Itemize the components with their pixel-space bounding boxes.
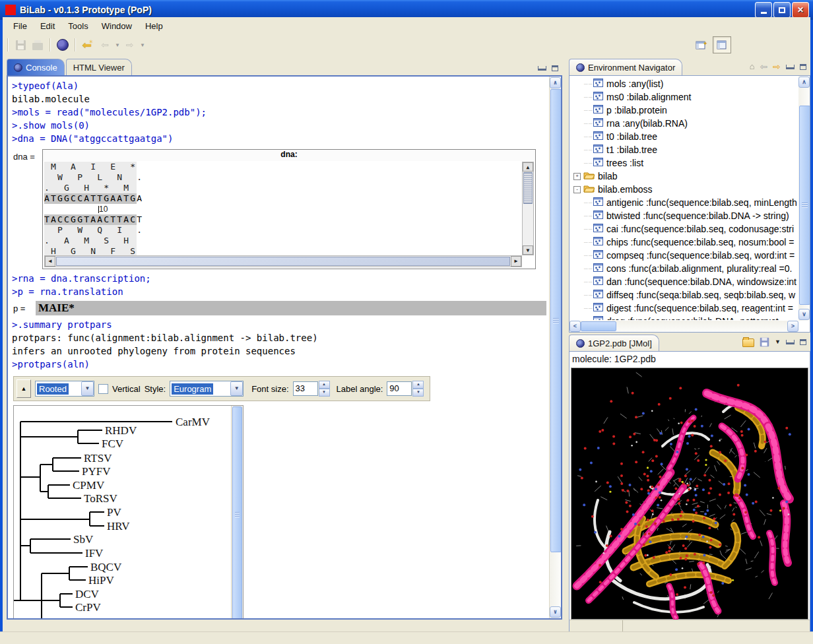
- tree-scrollbar[interactable]: [231, 406, 243, 620]
- scroll-down-icon[interactable]: ∨: [550, 606, 561, 618]
- taxon-label[interactable]: HiPV: [88, 574, 114, 587]
- tab-environment-navigator[interactable]: Environment Navigator: [569, 59, 682, 75]
- tab-html-viewer[interactable]: HTML Viewer: [66, 59, 132, 75]
- taxon-label[interactable]: SbV: [73, 533, 94, 546]
- tab-console[interactable]: Console: [7, 59, 65, 75]
- navigator-item[interactable]: ┈┈mols :any(list): [569, 77, 798, 90]
- save-icon[interactable]: [13, 38, 28, 52]
- taxon-label[interactable]: PYFV: [82, 465, 111, 478]
- menu-item-tools[interactable]: Tools: [61, 18, 94, 34]
- taxon-label[interactable]: FCV: [102, 437, 124, 450]
- taxon-label[interactable]: CPMV: [73, 479, 105, 492]
- back-icon[interactable]: ⇦: [760, 62, 768, 71]
- chevron-down-icon[interactable]: ▼: [230, 381, 243, 396]
- expand-icon[interactable]: +: [573, 173, 581, 180]
- navigator-item[interactable]: +bilab: [569, 170, 798, 183]
- home-icon[interactable]: ⌂: [750, 62, 755, 71]
- chevron-down-icon[interactable]: ▼: [81, 381, 94, 396]
- taxon-label[interactable]: RTSV: [84, 452, 112, 465]
- spin-up-icon[interactable]: ▲: [319, 381, 330, 389]
- collapse-icon[interactable]: -: [573, 186, 581, 193]
- scroll-down-icon[interactable]: ∨: [798, 309, 810, 320]
- dna-sequence-viewer[interactable]: dna: M A I E * W P L N .. G H * M ATGGCC…: [42, 149, 536, 269]
- navigator-item[interactable]: ┈┈chips :func(sequence:bilab.seq, nosum:…: [569, 236, 798, 249]
- navigator-item[interactable]: ┈┈antigenic :func(sequence:bilab.seq, mi…: [569, 196, 798, 209]
- save-as-icon[interactable]: [760, 337, 769, 346]
- navigator-item[interactable]: ┈┈diffseq :func(seqa:bilab.seq, seqb:bil…: [569, 288, 798, 302]
- navigator-item[interactable]: ┈┈btwisted :func(sequence:bilab.DNA -> s…: [569, 209, 798, 222]
- tab-jmol[interactable]: 1GP2.pdb [JMol]: [569, 335, 659, 351]
- minimize-view-icon[interactable]: [538, 66, 546, 71]
- dna-scroll-down-icon[interactable]: ▼: [523, 245, 533, 255]
- close-button[interactable]: ✕: [792, 2, 809, 18]
- minimize-view-icon[interactable]: [786, 340, 795, 344]
- console-output[interactable]: >typeof(Ala)bilab.molecule>mols = read("…: [7, 75, 562, 620]
- view-menu-icon[interactable]: ▼: [775, 338, 781, 345]
- taxon-label[interactable]: CarMV: [176, 416, 211, 428]
- dna-hscroll-thumb[interactable]: [56, 257, 510, 266]
- dna-horizontal-scrollbar[interactable]: ◀ ▶: [44, 255, 522, 267]
- dna-scroll-up-icon[interactable]: ▲: [523, 162, 533, 172]
- navigator-item[interactable]: ┈┈ms0 :bilab.alignment: [569, 90, 798, 104]
- navigator-vscroll-thumb[interactable]: [799, 106, 810, 305]
- nav-forward-menu-icon[interactable]: ▼: [140, 42, 145, 48]
- console-scrollbar[interactable]: ∧ ∨: [549, 77, 561, 618]
- taxon-label[interactable]: RHDV: [105, 424, 137, 437]
- tree-scroll-thumb[interactable]: [232, 406, 242, 620]
- forward-icon[interactable]: ⇨: [773, 62, 781, 71]
- navigator-hscroll-thumb[interactable]: [581, 321, 616, 331]
- dna-vscroll-thumb[interactable]: [523, 172, 533, 204]
- style-dropdown[interactable]: Eurogram ▼: [170, 381, 244, 397]
- taxon-label[interactable]: CrPV: [75, 601, 101, 614]
- font-size-stepper[interactable]: 33 ▲▼: [293, 381, 330, 397]
- taxon-label[interactable]: ToRSV: [84, 492, 117, 505]
- menu-item-help[interactable]: Help: [139, 18, 170, 34]
- scroll-right-icon[interactable]: >: [787, 321, 798, 332]
- navigator-item[interactable]: ┈┈compseq :func(sequence:bilab.seq, word…: [569, 249, 798, 262]
- rooted-dropdown[interactable]: Rooted ▼: [35, 381, 94, 397]
- current-perspective-icon[interactable]: [713, 36, 731, 53]
- taxon-label[interactable]: IFV: [85, 547, 104, 560]
- scroll-up-icon[interactable]: ∧: [798, 77, 810, 88]
- menu-item-edit[interactable]: Edit: [34, 18, 61, 34]
- menu-item-window[interactable]: Window: [95, 18, 139, 34]
- collapse-toolbar-icon[interactable]: ▲: [16, 379, 31, 398]
- navigator-item[interactable]: -bilab.emboss: [569, 183, 798, 196]
- nav-back-menu-icon[interactable]: ▼: [115, 42, 120, 48]
- menu-item-file[interactable]: File: [7, 18, 34, 34]
- phylogeny-tree-view[interactable]: CarMVRHDVFCVRTSVPYFVCPMVToRSVPVHRVSbVIFV…: [13, 405, 244, 620]
- back-history-icon[interactable]: ⬅ ✳: [80, 38, 96, 52]
- navigator-item[interactable]: ┈┈dan :func(sequence:bilab.DNA, windowsi…: [569, 275, 798, 288]
- globe-icon[interactable]: [55, 38, 71, 52]
- maximize-view-icon[interactable]: [552, 65, 558, 71]
- p-value[interactable]: MAIE*: [36, 301, 546, 315]
- navigator-item[interactable]: ┈┈trees :list: [569, 156, 798, 170]
- navigator-item[interactable]: ┈┈p :bilab.protein: [569, 104, 798, 117]
- vertical-checkbox[interactable]: [98, 384, 108, 394]
- maximize-button[interactable]: [773, 2, 791, 18]
- navigator-item[interactable]: ┈┈t0 :bilab.tree: [569, 130, 798, 143]
- taxon-label[interactable]: ABPV: [69, 616, 99, 620]
- scroll-up-icon[interactable]: ∧: [550, 77, 561, 88]
- nav-back-icon[interactable]: ⇦: [97, 38, 113, 52]
- dna-vertical-scrollbar[interactable]: ▲ ▼: [522, 162, 534, 255]
- taxon-label[interactable]: PV: [107, 506, 121, 519]
- navigator-tree[interactable]: ┈┈mols :any(list)┈┈ms0 :bilab.alignment┈…: [569, 75, 810, 333]
- maximize-view-icon[interactable]: [800, 64, 806, 70]
- taxon-label[interactable]: HRV: [107, 520, 130, 532]
- navigator-item[interactable]: ┈┈cons :func(a:bilab.alignment, pluralit…: [569, 262, 798, 275]
- navigator-item[interactable]: ┈┈t1 :bilab.tree: [569, 143, 798, 156]
- navigator-hscrollbar[interactable]: < >: [569, 321, 798, 332]
- nav-forward-icon[interactable]: ⇨: [122, 38, 138, 52]
- taxon-label[interactable]: BQCV: [90, 561, 122, 573]
- console-scroll-thumb[interactable]: [550, 89, 562, 552]
- navigator-item[interactable]: ┈┈cai :func(sequence:bilab.seq, codonusa…: [569, 222, 798, 236]
- molecule-viewer[interactable]: [571, 368, 808, 620]
- scroll-left-icon[interactable]: <: [569, 321, 581, 332]
- dna-scroll-left-icon[interactable]: ◀: [45, 256, 55, 267]
- navigator-item[interactable]: ┈┈dreg :func(sequence:bilab.DNA, pattern…: [569, 315, 798, 320]
- spin-up-icon[interactable]: ▲: [412, 381, 424, 389]
- navigator-item[interactable]: ┈┈rna :any(bilab.RNA): [569, 117, 798, 130]
- spin-down-icon[interactable]: ▼: [412, 389, 424, 397]
- taxon-label[interactable]: DCV: [75, 588, 100, 600]
